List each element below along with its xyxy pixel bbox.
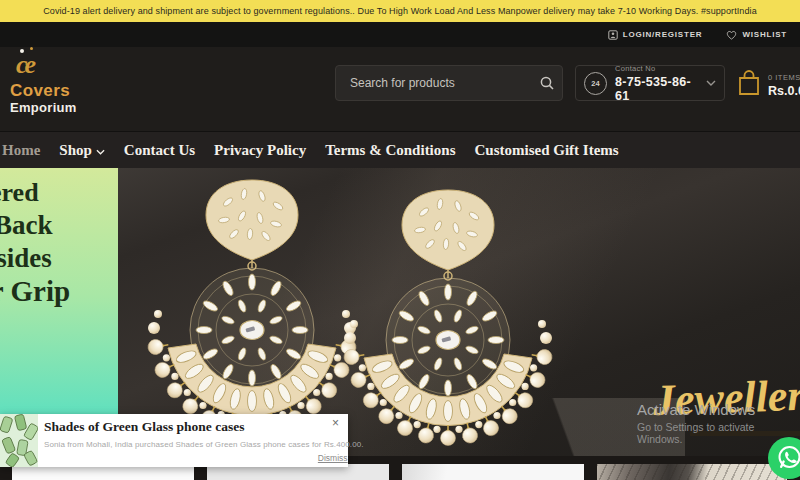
wishlist-link[interactable]: WISHLIST	[726, 30, 787, 40]
slide-text-line: Back	[0, 209, 118, 242]
popup-content: Shades of Green Glass phone cases Sonia …	[38, 414, 374, 467]
logo-subname: Emporium	[10, 101, 77, 114]
wishlist-label: WISHLIST	[742, 30, 787, 39]
logo-monogram-icon: ce	[10, 52, 77, 78]
contact-dropdown[interactable]: 24 Contact No 8-75-535-86-61	[575, 65, 725, 101]
product-card[interactable]	[402, 464, 584, 480]
dismiss-link[interactable]: Dismiss	[318, 453, 348, 463]
cart-bag-icon	[736, 69, 762, 101]
slide-text-line: er Grip	[0, 275, 118, 308]
alert-text: Covid-19 alert delivery and shipment are…	[43, 6, 757, 16]
main-nav: Home Shop Contact Us Privacy Policy Term…	[0, 131, 800, 168]
topbar: LOGIN/REGISTER WISHLIST	[0, 22, 800, 47]
chevron-down-icon	[706, 80, 716, 86]
search-input[interactable]	[336, 76, 532, 90]
covid-alert-banner: Covid-19 alert delivery and shipment are…	[0, 0, 800, 22]
cart-items-count: 0 ITEMS	[768, 73, 800, 82]
contact-text: Contact No 8-75-535-86-61	[615, 64, 698, 103]
purchase-notification-popup: Shades of Green Glass phone cases Sonia …	[0, 414, 348, 467]
login-register-link[interactable]: LOGIN/REGISTER	[608, 30, 703, 40]
user-icon	[608, 30, 618, 40]
nav-item-privacy-policy[interactable]: Privacy Policy	[214, 142, 306, 159]
nav-item-customised-gift-items[interactable]: Customised Gift Items	[474, 142, 618, 159]
whatsapp-button[interactable]	[767, 436, 800, 480]
cart-text: 0 ITEMS Rs.0.00	[768, 73, 800, 98]
contact-label: Contact No	[615, 64, 698, 73]
hero-script-text: Jewellery	[652, 369, 800, 426]
search-icon[interactable]	[532, 75, 562, 91]
nav-item-home[interactable]: Home	[2, 142, 40, 159]
nav-item-terms-conditions[interactable]: Terms & Conditions	[325, 142, 455, 159]
search-box	[335, 65, 563, 101]
chevron-down-icon	[96, 142, 105, 159]
close-icon[interactable]: ×	[332, 417, 339, 429]
popup-product-title[interactable]: Shades of Green Glass phone cases	[44, 419, 364, 435]
24-hours-icon: 24	[584, 72, 607, 95]
logo[interactable]: ce Covers Emporium	[10, 52, 77, 114]
slide-text-line: U sides	[0, 242, 118, 275]
nav-item-contact-us[interactable]: Contact Us	[124, 142, 195, 159]
contact-number: 8-75-535-86-61	[615, 75, 698, 103]
nav-item-shop[interactable]: Shop	[59, 142, 105, 159]
main-header: ce Covers Emporium 24 Contact No 8-75-53…	[0, 47, 800, 131]
heart-icon	[726, 30, 737, 40]
popup-message: Sonia from Mohali, India purchased Shade…	[44, 440, 364, 449]
logo-name: Covers	[10, 82, 77, 99]
login-register-label: LOGIN/REGISTER	[623, 30, 703, 39]
cart-total: Rs.0.00	[768, 84, 800, 98]
slide-text-line: ered	[0, 176, 118, 209]
page-root: Covid-19 alert delivery and shipment are…	[0, 0, 800, 480]
cart-button[interactable]: 0 ITEMS Rs.0.00	[736, 69, 800, 101]
product-card[interactable]	[597, 464, 787, 480]
product-photo	[0, 414, 38, 467]
